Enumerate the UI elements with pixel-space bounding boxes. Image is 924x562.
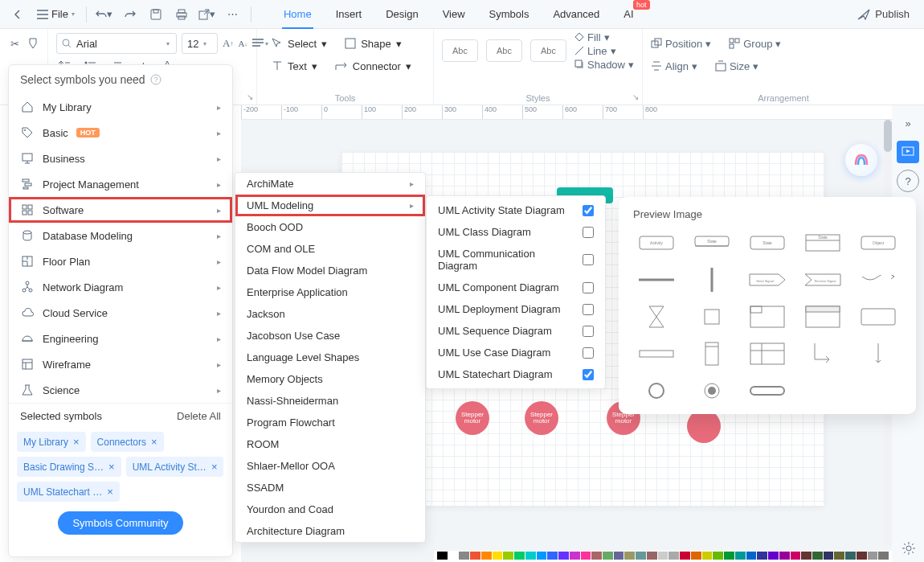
software-submenu-item[interactable]: Enterprise Application (235, 281, 425, 303)
color-swatch[interactable] (735, 552, 746, 560)
color-swatch[interactable] (547, 552, 558, 560)
delete-all-button[interactable]: Delete All (177, 410, 221, 422)
position-button[interactable]: Position▾ (651, 38, 711, 50)
uml-submenu-item[interactable]: UML Class Diagram (427, 221, 605, 243)
uml-submenu-item[interactable]: UML Communication Diagram (427, 243, 605, 277)
software-submenu-item[interactable]: Jackson (235, 303, 425, 325)
color-swatch[interactable] (691, 552, 701, 560)
color-swatch[interactable] (581, 552, 591, 560)
ai-assistant-badge[interactable] (845, 144, 877, 176)
shape-tool[interactable]: Shape▾ (338, 33, 408, 54)
software-submenu-item[interactable]: UML Modeling▸ (235, 195, 425, 216)
tab-home[interactable]: Home (282, 0, 313, 29)
tab-view[interactable]: View (441, 0, 467, 29)
category-item[interactable]: Wireframe ▸ (9, 351, 232, 377)
color-swatch[interactable] (768, 552, 779, 560)
color-swatch[interactable] (779, 552, 790, 560)
color-swatch[interactable] (724, 552, 734, 560)
text-tool[interactable]: Text▾ (265, 55, 324, 76)
uml-submenu-item[interactable]: UML Deployment Diagram (427, 298, 605, 320)
decrease-font[interactable]: A↓ (238, 33, 247, 54)
color-swatch[interactable] (824, 552, 834, 560)
color-swatch[interactable] (570, 552, 580, 560)
category-item[interactable]: My Library ▸ (9, 94, 232, 120)
category-item[interactable]: Database Modeling ▸ (9, 223, 232, 248)
color-swatch[interactable] (658, 552, 668, 560)
category-item[interactable]: Project Management ▸ (9, 171, 232, 197)
selected-chip[interactable]: Basic Drawing S…× (17, 457, 121, 477)
software-submenu-item[interactable]: Data Flow Model Diagram (235, 260, 425, 281)
color-swatch[interactable] (470, 552, 480, 560)
group-expand[interactable]: ↘ (247, 92, 253, 101)
color-swatch[interactable] (525, 552, 536, 560)
color-swatch[interactable] (558, 552, 569, 560)
color-swatch[interactable] (493, 552, 503, 560)
category-item[interactable]: Cloud Service ▸ (9, 300, 232, 326)
submenu-checkbox[interactable] (583, 227, 594, 238)
submenu-checkbox[interactable] (583, 304, 594, 315)
color-swatch[interactable] (746, 552, 757, 560)
category-item[interactable]: Business ▸ (9, 146, 232, 171)
file-menu[interactable]: File ▾ (32, 3, 80, 26)
color-swatch[interactable] (680, 552, 690, 560)
font-size-select[interactable]: 12▾ (182, 33, 218, 54)
submenu-checkbox[interactable] (583, 282, 594, 293)
uml-submenu-item[interactable]: UML Component Diagram (427, 277, 605, 298)
print-button[interactable] (170, 3, 193, 26)
color-swatch[interactable] (503, 552, 513, 560)
diagram-node[interactable]: Stepper motor (456, 401, 489, 435)
save-button[interactable] (145, 3, 167, 26)
font-family-select[interactable]: Arial ▾ (56, 33, 177, 54)
expand-rail[interactable]: » (897, 112, 919, 134)
chip-remove[interactable]: × (151, 436, 157, 448)
color-swatch[interactable] (857, 552, 867, 560)
tab-insert[interactable]: Insert (334, 0, 364, 29)
undo-button[interactable]: ▾ (93, 3, 116, 26)
color-swatch[interactable] (713, 552, 723, 560)
connector-tool[interactable]: Connector▾ (329, 55, 418, 76)
tab-ai[interactable]: AIhot (622, 0, 635, 29)
software-submenu-item[interactable]: Memory Objects (235, 368, 425, 390)
software-submenu-item[interactable]: Jacobson Use Case (235, 325, 425, 347)
software-submenu-item[interactable]: Language Level Shapes (235, 347, 425, 368)
submenu-checkbox[interactable] (583, 369, 594, 380)
select-tool[interactable]: Select▾ (265, 33, 333, 54)
color-swatch[interactable] (481, 552, 492, 560)
color-swatch[interactable] (702, 552, 713, 560)
color-swatch[interactable] (801, 552, 812, 560)
color-swatch[interactable] (791, 552, 801, 560)
software-submenu-item[interactable]: COM and OLE (235, 238, 425, 260)
color-swatch[interactable] (868, 552, 878, 560)
color-swatch[interactable] (668, 552, 679, 560)
submenu-checkbox[interactable] (583, 254, 594, 265)
color-swatch[interactable] (614, 552, 624, 560)
uml-submenu-item[interactable]: UML Statechart Diagram (427, 363, 605, 385)
submenu-checkbox[interactable] (583, 347, 594, 359)
symbols-community-button[interactable]: Symbols Community (58, 511, 182, 535)
category-item[interactable]: Network Diagram ▸ (9, 274, 232, 300)
fill-button[interactable]: Fill▾ (574, 31, 634, 43)
uml-submenu-item[interactable]: UML Activity State Diagram (427, 199, 605, 221)
group-button[interactable]: Group▾ (729, 38, 781, 50)
color-swatch[interactable] (537, 552, 547, 560)
back-button[interactable] (6, 3, 29, 26)
chip-remove[interactable]: × (108, 461, 115, 473)
software-submenu-item[interactable]: Nassi-Shneiderman (235, 390, 425, 412)
group-expand[interactable]: ↘ (632, 92, 639, 101)
uml-submenu-item[interactable]: UML Sequence Diagram (427, 320, 605, 342)
settings-button[interactable] (902, 541, 916, 556)
software-submenu-item[interactable]: Yourdon and Coad (235, 498, 425, 520)
selected-chip[interactable]: Connectors× (91, 432, 164, 452)
software-submenu-item[interactable]: Booch OOD (235, 216, 425, 238)
color-swatch[interactable] (812, 552, 823, 560)
uml-submenu-item[interactable]: UML Use Case Diagram (427, 342, 605, 363)
software-submenu-item[interactable]: Architecture Diagram (235, 520, 425, 542)
color-swatch[interactable] (647, 552, 657, 560)
selected-chip[interactable]: UML Statechart …× (17, 482, 120, 502)
tab-advanced[interactable]: Advanced (551, 0, 601, 29)
size-button[interactable]: Size▾ (715, 60, 758, 72)
diagram-node[interactable] (687, 409, 721, 443)
style-swatch-1[interactable]: Abc (442, 39, 478, 62)
color-swatch[interactable] (834, 552, 844, 560)
color-swatch[interactable] (459, 552, 469, 560)
